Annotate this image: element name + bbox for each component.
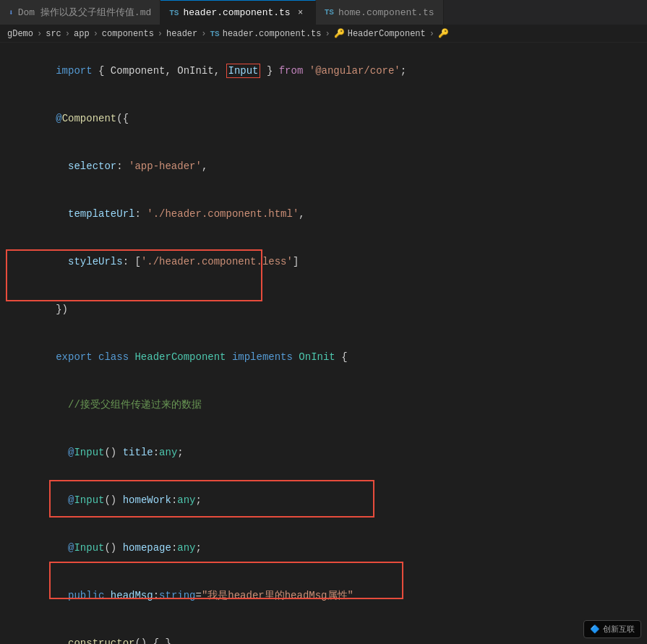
bc-filename[interactable]: header.component.ts: [223, 29, 322, 39]
close-icon[interactable]: ×: [295, 7, 307, 19]
bc-components[interactable]: components: [102, 29, 154, 39]
watermark-icon: 🔷: [590, 624, 600, 634]
code-line-2: @Component({: [0, 95, 647, 142]
code-line-5: styleUrls: ['./header.component.less']: [0, 238, 647, 285]
tab-md-label: Dom 操作以及父子组件传值.md: [18, 6, 152, 19]
bc-angular-icon: 🔑: [438, 28, 449, 39]
code-line-10: @Input() homeWork:any;: [0, 476, 647, 524]
tab-md[interactable]: ⬇ Dom 操作以及父子组件传值.md: [0, 0, 160, 25]
md-icon: ⬇: [9, 8, 14, 17]
tab-header[interactable]: TS header.component.ts ×: [160, 0, 315, 25]
breadcrumb: gDemo › src › app › components › header …: [0, 25, 647, 43]
bc-ts-badge: TS: [210, 30, 219, 38]
code-line-3: selector: 'app-header',: [0, 142, 647, 190]
tab-bar: ⬇ Dom 操作以及父子组件传值.md TS header.component.…: [0, 0, 647, 25]
tab-home-label: home.component.ts: [338, 7, 434, 18]
bc-component-icon: 🔑: [334, 28, 345, 39]
ts-icon-home: TS: [325, 8, 334, 17]
bc-src[interactable]: src: [46, 29, 61, 39]
code-line-12: public headMsg:string="我是header里的headMsg…: [0, 572, 647, 619]
code-line-1: import { Component, OnInit, Input } from…: [0, 47, 647, 95]
bc-header[interactable]: header: [166, 29, 197, 39]
bc-classname[interactable]: HeaderComponent: [348, 29, 426, 39]
code-line-6: }): [0, 285, 647, 333]
watermark: 🔷 创新互联: [583, 620, 641, 638]
code-line-11: @Input() homepage:any;: [0, 524, 647, 572]
tab-home[interactable]: TS home.component.ts: [316, 0, 444, 25]
code-line-13: constructor() { }: [0, 619, 647, 644]
bc-gdemo[interactable]: gDemo: [7, 29, 33, 39]
code-line-7: export class HeaderComponent implements …: [0, 333, 647, 381]
code-line-4: templateUrl: './header.component.html',: [0, 190, 647, 238]
input-highlight-inline: Input: [226, 64, 260, 78]
code-editor: import { Component, OnInit, Input } from…: [0, 43, 647, 644]
bc-app[interactable]: app: [74, 29, 90, 39]
code-content[interactable]: import { Component, OnInit, Input } from…: [0, 43, 647, 644]
watermark-text: 创新互联: [603, 624, 635, 635]
code-line-9: @Input() title:any;: [0, 429, 647, 476]
tab-header-label: header.component.ts: [183, 7, 290, 18]
code-line-8: //接受父组件传递过来的数据: [0, 381, 647, 429]
ts-icon-header: TS: [169, 9, 179, 17]
